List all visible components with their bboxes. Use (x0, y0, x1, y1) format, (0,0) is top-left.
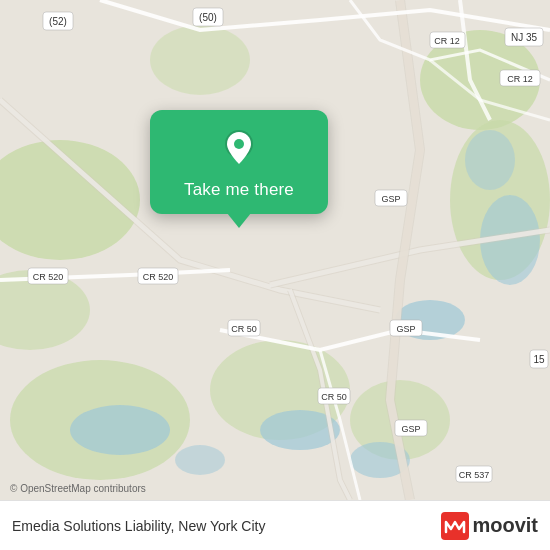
svg-point-45 (234, 139, 244, 149)
svg-text:CR 50: CR 50 (321, 392, 347, 402)
moovit-brand-text: moovit (472, 514, 538, 537)
svg-text:CR 520: CR 520 (143, 272, 174, 282)
location-pin-icon (217, 126, 261, 170)
cta-card[interactable]: Take me there (150, 110, 328, 214)
svg-text:CR 537: CR 537 (459, 470, 490, 480)
svg-point-9 (70, 405, 170, 455)
svg-text:CR 520: CR 520 (33, 272, 64, 282)
svg-point-13 (465, 130, 515, 190)
svg-text:NJ 35: NJ 35 (511, 32, 538, 43)
location-text: Emedia Solutions Liability, New York Cit… (12, 518, 265, 534)
svg-text:GSP: GSP (381, 194, 400, 204)
take-me-there-button[interactable]: Take me there (184, 180, 294, 200)
moovit-icon (441, 512, 469, 540)
svg-text:GSP: GSP (401, 424, 420, 434)
svg-text:(50): (50) (199, 12, 217, 23)
svg-text:CR 50: CR 50 (231, 324, 257, 334)
svg-text:CR 12: CR 12 (434, 36, 460, 46)
svg-point-8 (150, 25, 250, 95)
svg-text:CR 12: CR 12 (507, 74, 533, 84)
svg-text:(52): (52) (49, 16, 67, 27)
svg-text:15: 15 (533, 354, 545, 365)
moovit-logo: moovit (441, 512, 538, 540)
svg-text:GSP: GSP (396, 324, 415, 334)
map-background: (52) (50) NJ 35 CR 12 CR 12 CR 520 CR 52… (0, 0, 550, 500)
map-attribution: © OpenStreetMap contributors (10, 483, 146, 494)
bottom-bar: Emedia Solutions Liability, New York Cit… (0, 500, 550, 550)
svg-point-15 (175, 445, 225, 475)
map-view: (52) (50) NJ 35 CR 12 CR 12 CR 520 CR 52… (0, 0, 550, 500)
